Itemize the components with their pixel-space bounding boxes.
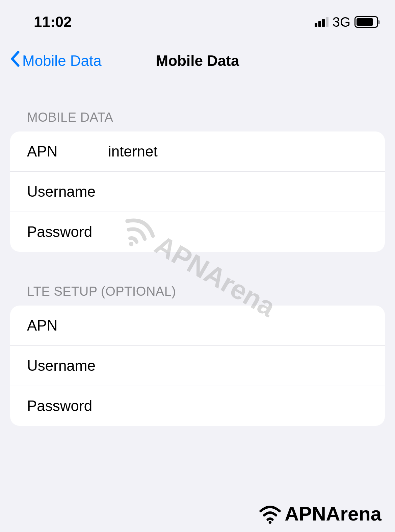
apn-input[interactable] [108, 143, 375, 160]
mobile-data-section-header: MOBILE DATA [0, 105, 395, 131]
password-label: Password [27, 223, 108, 240]
password-row[interactable]: Password [10, 212, 385, 252]
navigation-bar: Mobile Data Mobile Data [0, 37, 395, 78]
password-input[interactable] [108, 223, 375, 240]
brand-logo: APNArena [258, 502, 381, 525]
battery-icon [354, 16, 378, 28]
username-input[interactable] [108, 183, 375, 200]
status-indicators: 3G [315, 15, 378, 30]
mobile-data-group: APN Username Password [10, 131, 385, 252]
lte-setup-section: LTE SETUP (OPTIONAL) APN Username Passwo… [0, 279, 395, 426]
back-button-label: Mobile Data [22, 52, 102, 69]
lte-apn-input[interactable] [108, 317, 375, 334]
signal-icon [315, 17, 328, 27]
username-label: Username [27, 183, 108, 200]
lte-username-input[interactable] [108, 357, 375, 374]
lte-setup-group: APN Username Password [10, 306, 385, 426]
lte-setup-section-header: LTE SETUP (OPTIONAL) [0, 279, 395, 306]
username-row[interactable]: Username [10, 172, 385, 212]
brand-logo-text: APNArena [285, 502, 381, 525]
lte-username-row[interactable]: Username [10, 346, 385, 386]
mobile-data-section: MOBILE DATA APN Username Password [0, 105, 395, 252]
status-bar: 11:02 3G [0, 0, 395, 37]
svg-point-1 [269, 521, 271, 524]
status-time: 11:02 [34, 14, 72, 30]
wifi-icon [258, 502, 282, 525]
apn-row[interactable]: APN [10, 131, 385, 172]
lte-password-label: Password [27, 397, 108, 414]
apn-label: APN [27, 143, 108, 160]
lte-password-row[interactable]: Password [10, 386, 385, 426]
lte-username-label: Username [27, 357, 108, 374]
back-button[interactable]: Mobile Data [10, 51, 102, 71]
page-title: Mobile Data [156, 52, 239, 69]
lte-password-input[interactable] [108, 397, 375, 414]
lte-apn-row[interactable]: APN [10, 306, 385, 346]
lte-apn-label: APN [27, 317, 108, 334]
network-type-label: 3G [333, 15, 350, 30]
chevron-left-icon [10, 51, 20, 71]
